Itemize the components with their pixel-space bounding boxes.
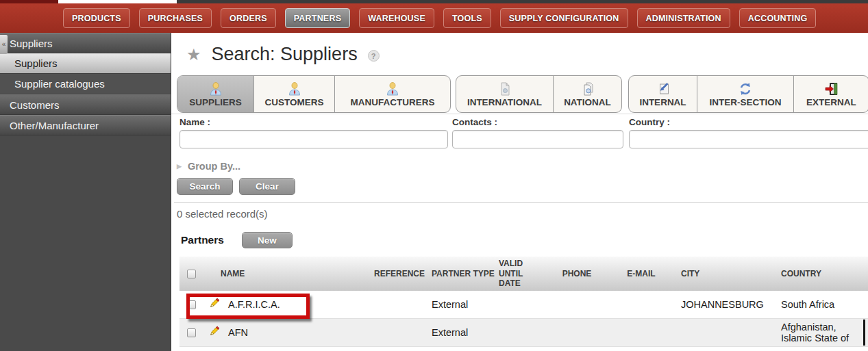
tab-suppliers[interactable]: SUPPLIERS [177,76,254,112]
section-divider [174,202,868,203]
name-cell: A.F.R.I.C.A. [203,298,358,311]
column-header-city[interactable]: CITY [673,269,776,278]
contacts-field-label: Contacts : [452,117,497,127]
select-all-checkbox[interactable] [187,270,196,278]
tab-internal[interactable]: INTERNAL [629,76,697,112]
city-cell: JOHANNESBURG [673,299,776,310]
documents-stack-icon [580,81,595,96]
column-header-partner-type[interactable]: PARTNER TYPE [426,269,495,278]
sync-arrows-icon [738,81,753,96]
group-by-label: Group By... [188,161,240,172]
nav-button-administration[interactable]: ADMINISTRATION [637,8,730,28]
table-right-edge [863,320,865,346]
tab-label: SUPPLIERS [189,97,242,107]
nav-button-purchases[interactable]: PURCHASES [139,8,212,28]
partner-name: AFN [228,327,248,338]
document-icon [497,81,512,96]
country-cell: South Africa [776,299,868,310]
selected-records-status: 0 selected record(s) [177,208,268,220]
column-header-phone[interactable]: PHONE [544,269,610,278]
table-row[interactable]: AFN External Afghanistan, Islamic State … [179,319,868,347]
tab-external[interactable]: EXTERNAL [794,76,868,112]
arrow-into-page-icon [656,81,671,96]
tab-label: MANUFACTURERS [351,97,435,107]
filter-group-relation: INTERNAL INTER-SECTION EXTERNAL [628,75,868,113]
tab-label: INTER-SECTION [709,97,781,107]
tab-label: NATIONAL [564,97,611,107]
nav-button-partners[interactable]: PARTNERS [285,8,350,28]
tab-label: EXTERNAL [806,97,856,107]
partner-name: A.F.R.I.C.A. [228,299,280,310]
nav-button-orders[interactable]: ORDERS [221,8,276,28]
new-partner-button[interactable]: New [242,232,293,248]
nav-button-products[interactable]: PRODUCTS [63,8,130,28]
column-header-name[interactable]: NAME [203,269,358,278]
country-cell: Afghanistan, Islamic State of [776,322,868,343]
name-field-label: Name : [179,117,210,127]
partners-section-header: Partners New [181,232,293,248]
column-header-reference[interactable]: REFERENCE [358,269,426,278]
tab-national[interactable]: NATIONAL [554,76,621,112]
table-header-row: NAME REFERENCE PARTNER TYPE VALID UNTIL … [179,257,868,291]
filter-group-partner-kind: SUPPLIERS CUSTOMERS MANUFACTURERS [177,75,451,113]
row-checkbox[interactable] [187,328,196,337]
partners-section-title: Partners [181,234,224,246]
column-header-country[interactable]: COUNTRY [776,269,868,278]
person-icon [287,81,302,96]
sidebar-section-other-manufacturer[interactable]: Other/Manufacturer [0,115,171,135]
nav-button-tools[interactable]: TOOLS [443,8,491,28]
tab-international[interactable]: INTERNATIONAL [456,76,554,112]
select-all-cell [179,270,203,278]
top-navbar: PRODUCTS PURCHASES ORDERS PARTNERS WAREH… [0,3,868,33]
main-content: ★ Search: Suppliers ? SUPPLIERS CUSTOMER… [171,33,868,351]
chevron-right-icon: ▶ [177,163,182,170]
filter-group-scope: INTERNATIONAL NATIONAL [456,75,622,113]
sidebar-item-suppliers[interactable]: Suppliers [0,53,171,74]
tabs-divider [171,114,868,114]
clear-button[interactable]: Clear [239,178,295,195]
nav-button-warehouse[interactable]: WAREHOUSE [359,8,434,28]
sidebar: « Suppliers Suppliers Supplier catalogue… [0,33,171,351]
group-by-toggle[interactable]: ▶ Group By... [177,161,240,172]
tab-inter-section[interactable]: INTER-SECTION [697,76,794,112]
tab-label: CUSTOMERS [264,97,323,107]
partner-type-cell: External [426,299,495,310]
tab-label: INTERNAL [639,97,686,107]
row-check-cell [179,328,203,337]
table-row[interactable]: A.F.R.I.C.A. External JOHANNESBURG South… [179,291,868,319]
person-icon [208,81,223,96]
name-cell: AFN [203,326,358,339]
row-check-cell [179,300,203,309]
name-field[interactable] [179,130,448,148]
tab-label: INTERNATIONAL [467,97,542,107]
contacts-field[interactable] [452,130,623,148]
tab-manufacturers[interactable]: MANUFACTURERS [335,76,450,112]
person-icon [385,81,400,96]
country-field[interactable] [629,130,868,148]
row-checkbox[interactable] [187,300,196,309]
partners-table: NAME REFERENCE PARTNER TYPE VALID UNTIL … [179,257,868,347]
help-icon[interactable]: ? [368,50,380,62]
page-title: Search: Suppliers [212,44,358,65]
column-header-email[interactable]: E-MAIL [610,269,673,278]
partner-type-cell: External [426,327,495,338]
exit-door-icon [824,81,839,96]
sidebar-item-supplier-catalogues[interactable]: Supplier catalogues [0,74,171,94]
search-actions: Search Clear [177,178,295,195]
country-field-label: Country : [629,117,670,127]
sidebar-collapse-icon[interactable]: « [0,35,8,54]
sidebar-section-customers[interactable]: Customers [0,94,171,115]
tab-customers[interactable]: CUSTOMERS [254,76,335,112]
favorite-star-icon[interactable]: ★ [186,47,201,63]
sidebar-section-suppliers[interactable]: Suppliers [0,33,171,53]
edit-pencil-icon[interactable] [208,326,220,339]
column-header-valid-until-date[interactable]: VALID UNTIL DATE [495,259,544,288]
search-button[interactable]: Search [177,178,233,195]
page-header: ★ Search: Suppliers ? [186,44,380,65]
nav-button-accounting[interactable]: ACCOUNTING [739,8,817,28]
nav-button-supply-configuration[interactable]: SUPPLY CONFIGURATION [500,8,628,28]
edit-pencil-icon[interactable] [208,298,220,311]
